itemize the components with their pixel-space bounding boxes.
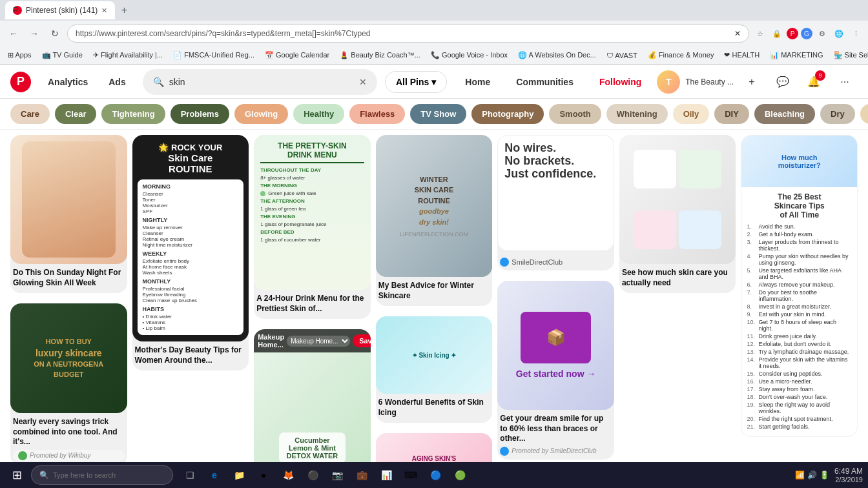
- pin-card-tips[interactable]: How muchmoisturizer? The 25 BestSkincare…: [741, 135, 858, 437]
- avatar[interactable]: T: [657, 70, 680, 94]
- bookmark-finance[interactable]: 💰 Finance & Money: [645, 50, 717, 61]
- task-view-btn[interactable]: ❑: [178, 463, 202, 487]
- cat-healthy[interactable]: Healthy: [293, 104, 344, 124]
- app-btn-4[interactable]: 📊: [375, 463, 398, 487]
- app-btn-2[interactable]: 📷: [326, 463, 349, 487]
- bookmark-websites[interactable]: 🌐 A Websites On Dec...: [515, 50, 599, 61]
- pin-info-drink: A 24-Hour Drink Menu for the Prettiest S…: [254, 290, 371, 319]
- ext-icon-6[interactable]: ⋮: [849, 26, 863, 41]
- time-display[interactable]: 6:49 AM 2/3/2019: [834, 467, 863, 483]
- bookmark-fmsca[interactable]: 📄 FMSCA-Unified Reg...: [170, 50, 257, 61]
- cat-diy[interactable]: DIY: [714, 104, 749, 124]
- bookmark-marketing[interactable]: 📊 MARKETING: [767, 50, 825, 61]
- app-btn-1[interactable]: ⚫: [301, 463, 324, 487]
- messages-btn[interactable]: 💬: [770, 69, 796, 95]
- cat-glowing[interactable]: Glowing: [234, 104, 288, 124]
- home-btn[interactable]: Home: [455, 72, 501, 92]
- cat-photography[interactable]: Photography: [471, 104, 544, 124]
- bookmark-sitesell[interactable]: 🏪 Site Sell: [831, 50, 868, 61]
- bookmark-gcal[interactable]: 📅 Google Calendar: [262, 50, 332, 61]
- forward-btn[interactable]: →: [26, 25, 43, 42]
- edge-btn[interactable]: e: [203, 463, 226, 487]
- ext-icon-2[interactable]: P: [787, 28, 798, 39]
- save-pin-btn[interactable]: Save: [353, 334, 371, 347]
- following-btn[interactable]: Following: [589, 72, 652, 92]
- cat-clear[interactable]: Clear: [55, 104, 97, 124]
- tab-bar: P Pinterest (skin) (141) ✕ +: [0, 0, 868, 21]
- pin-card-cucumber[interactable]: CucumberLemon & MintDETOX WATER Makeup H…: [254, 329, 371, 471]
- pin-card-drink-menu[interactable]: THE PRETTY-SKINDRINK MENU THROUGHOUT THE…: [254, 135, 371, 319]
- bookmark-health[interactable]: ❤ HEALTH: [721, 50, 762, 61]
- url-clear[interactable]: ✕: [734, 29, 741, 38]
- start-btn[interactable]: ⊞: [5, 463, 28, 487]
- tip-item: 2.Get a full-body exam.: [747, 231, 852, 238]
- pin-card-icing[interactable]: ✦ Skin Icing ✦ 6 Wonderful Benefits of S…: [376, 316, 493, 423]
- pinterest-logo[interactable]: P: [10, 72, 31, 92]
- pin-card-smile[interactable]: No wires.No brackets.Just confidence. Sm…: [497, 135, 614, 270]
- star-icon[interactable]: ☆: [753, 26, 767, 41]
- tip-item: 11.Drink green juice daily.: [747, 333, 852, 340]
- search-input[interactable]: [169, 77, 354, 87]
- pin-info-wikibuy: Nearly every savings trick combined into…: [10, 413, 127, 465]
- cat-problems[interactable]: Problems: [170, 104, 229, 124]
- tip-item: 14.Provide your skin with the vitamins i…: [747, 356, 852, 369]
- tab-close-btn[interactable]: ✕: [101, 6, 107, 15]
- communities-btn[interactable]: Communities: [506, 72, 584, 92]
- files-btn[interactable]: 📁: [227, 463, 251, 487]
- chrome-btn[interactable]: ●: [252, 463, 275, 487]
- cat-dry[interactable]: Dry: [820, 104, 855, 124]
- ads-nav[interactable]: Ads: [99, 72, 134, 92]
- cat-flawless[interactable]: Flawless: [349, 104, 405, 124]
- reload-btn[interactable]: ↻: [46, 25, 63, 42]
- pin-card-products[interactable]: See how much skin care you actually need: [619, 135, 736, 293]
- taskbar-search-input[interactable]: [53, 471, 165, 479]
- cat-whitening[interactable]: Whitening: [606, 104, 668, 124]
- taskbar-search[interactable]: 🔍: [31, 465, 173, 485]
- app-btn-7[interactable]: 🟢: [448, 463, 471, 487]
- bookmark-beauty[interactable]: 💄 Beauty Biz Coach™...: [337, 50, 423, 61]
- search-bar[interactable]: 🔍 ✕: [143, 69, 377, 95]
- tip-item: 6.Always remove your makeup.: [747, 281, 852, 288]
- cat-tvshow[interactable]: TV Show: [410, 104, 466, 124]
- pin-card-face[interactable]: Do This On Sunday Night For Glowing Skin…: [10, 135, 127, 293]
- add-pin-btn[interactable]: +: [739, 69, 765, 95]
- url-bar[interactable]: https://www.pinterest.com/search/pins/?q…: [67, 25, 749, 43]
- pin-card-winter[interactable]: WINTERSKIN CAREROUTINE goodbyedry skin! …: [376, 135, 493, 306]
- bookmark-avast[interactable]: 🛡 AVAST: [604, 50, 640, 61]
- bookmark-gvoice[interactable]: 📞 Google Voice - Inbox: [428, 50, 510, 61]
- all-pins-label: All Pins: [396, 77, 429, 87]
- cat-bleaching[interactable]: Bleaching: [754, 104, 815, 124]
- active-tab[interactable]: P Pinterest (skin) (141) ✕: [5, 1, 115, 19]
- pin-card-wikibuy[interactable]: HOW TO BUY luxury skincare ON A NEUTROGE…: [10, 303, 127, 465]
- pin-title-routine: Mother's Day Beauty Tips for Women Aroun…: [135, 345, 247, 365]
- analytics-nav[interactable]: Analytics: [39, 72, 97, 92]
- pin-card-sdirect[interactable]: 📦 Get started now → Get your dream smile…: [497, 281, 614, 460]
- app-btn-6[interactable]: 🔵: [424, 463, 447, 487]
- all-pins-dropdown[interactable]: All Pins ▾: [385, 71, 447, 93]
- search-clear-btn[interactable]: ✕: [359, 77, 367, 87]
- bookmark-tvguide[interactable]: 📺 TV Guide: [39, 50, 85, 61]
- board-select[interactable]: Makeup Home...: [287, 336, 350, 347]
- app-btn-3[interactable]: 💼: [350, 463, 373, 487]
- cat-tightening[interactable]: Tightening: [101, 104, 165, 124]
- notifications-btn[interactable]: 🔔9: [801, 69, 827, 95]
- cat-care[interactable]: Care: [10, 104, 50, 124]
- pin-source-smile: SmileDirectClub: [500, 258, 612, 267]
- pin-card-routine[interactable]: 🌟 ROCK YOURSkin CareROUTINE MORNING Clea…: [132, 135, 249, 371]
- new-tab-btn[interactable]: +: [115, 1, 133, 19]
- ext-icon-1[interactable]: 🔒: [770, 26, 784, 41]
- bookmark-apps[interactable]: ⊞ Apps: [5, 50, 34, 61]
- ext-icon-3[interactable]: G: [801, 28, 812, 39]
- cat-oily[interactable]: Oily: [673, 104, 710, 124]
- ext-icon-4[interactable]: ⚙: [815, 26, 829, 41]
- bookmark-flight[interactable]: ✈ Flight Availability |...: [90, 50, 165, 61]
- app-btn-5[interactable]: ⌨: [399, 463, 422, 487]
- ext-icon-5[interactable]: 🌐: [832, 26, 846, 41]
- col-3: THE PRETTY-SKINDRINK MENU THROUGHOUT THE…: [254, 135, 371, 488]
- tip-item: 5.Use targeted exfoliants like AHA and B…: [747, 267, 852, 280]
- cat-quotes[interactable]: Quotes: [860, 104, 868, 124]
- back-btn[interactable]: ←: [5, 25, 22, 42]
- cat-smooth[interactable]: Smooth: [549, 104, 601, 124]
- firefox-btn[interactable]: 🦊: [276, 463, 300, 487]
- more-options-btn[interactable]: ···: [832, 69, 858, 95]
